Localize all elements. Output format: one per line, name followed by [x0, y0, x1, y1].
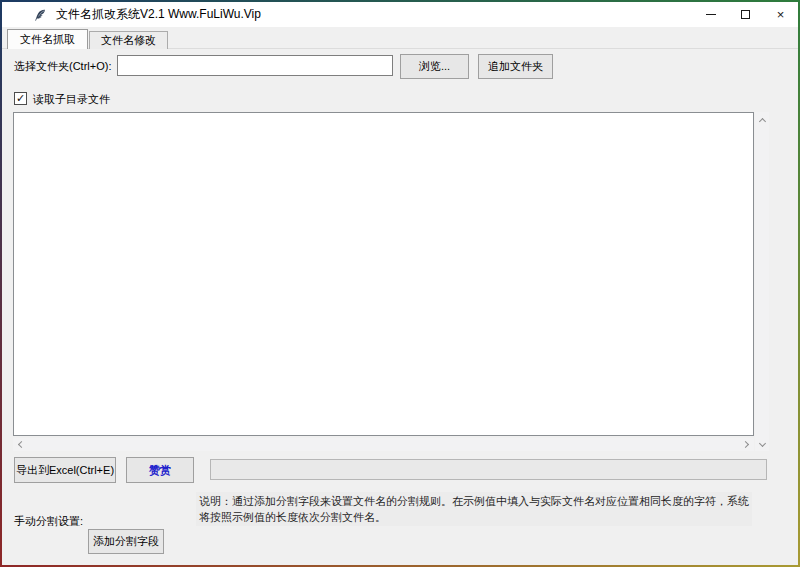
- split-instructions: 说明：通过添加分割字段来设置文件名的分割规则。在示例值中填入与实际文件名对应位置…: [196, 492, 752, 526]
- split-instructions-line1: 说明：通过添加分割字段来设置文件名的分割规则。在示例值中填入与实际文件名对应位置…: [199, 493, 749, 509]
- maximize-icon: [741, 10, 750, 19]
- append-folder-button[interactable]: 追加文件夹: [478, 54, 553, 79]
- scroll-left-button[interactable]: [14, 438, 26, 451]
- scroll-down-button[interactable]: [755, 438, 769, 450]
- minimize-icon: [706, 14, 716, 15]
- add-split-field-button[interactable]: 添加分割字段: [88, 529, 164, 554]
- scroll-right-icon: [742, 441, 749, 448]
- file-listbox[interactable]: [13, 112, 754, 436]
- scroll-right-button[interactable]: [741, 438, 753, 451]
- tab-filename-modify[interactable]: 文件名修改: [89, 31, 168, 49]
- maximize-button[interactable]: [728, 2, 763, 27]
- manual-split-label: 手动分割设置:: [14, 514, 83, 529]
- frame-edge-top: [0, 0, 800, 2]
- horizontal-scrollbar[interactable]: [13, 438, 754, 451]
- tab-filename-grab[interactable]: 文件名抓取: [7, 29, 88, 49]
- scroll-left-icon: [18, 441, 25, 448]
- split-instructions-line2: 将按照示例值的长度依次分割文件名。: [199, 509, 749, 525]
- read-subdirs-label: 读取子目录文件: [33, 92, 110, 107]
- read-subdirs-checkbox[interactable]: ✓: [14, 92, 27, 105]
- titlebar: 文件名抓改系统V2.1 Www.FuLiWu.Vip ×: [2, 2, 798, 27]
- select-folder-label: 选择文件夹(Ctrl+O):: [14, 59, 111, 74]
- app-window: 文件名抓改系统V2.1 Www.FuLiWu.Vip × 文件名抓取 文件名修改…: [0, 0, 800, 567]
- window-title: 文件名抓改系统V2.1 Www.FuLiWu.Vip: [56, 6, 261, 23]
- browse-button[interactable]: 浏览...: [400, 54, 469, 79]
- folder-path-input[interactable]: [117, 55, 393, 76]
- frame-edge-left: [0, 0, 2, 567]
- close-icon: ×: [777, 8, 785, 21]
- scroll-up-icon: [758, 118, 765, 125]
- export-excel-button[interactable]: 导出到Excel(Ctrl+E): [14, 457, 116, 483]
- vertical-scrollbar[interactable]: [755, 112, 769, 451]
- check-icon: ✓: [16, 93, 25, 104]
- progress-bar: [210, 459, 767, 480]
- scroll-down-icon: [758, 439, 765, 446]
- python-feather-icon: [33, 7, 47, 23]
- close-button[interactable]: ×: [763, 2, 798, 27]
- donate-button[interactable]: 赞赏: [126, 457, 194, 483]
- minimize-button[interactable]: [693, 2, 728, 27]
- window-controls: ×: [693, 2, 798, 27]
- scroll-up-button[interactable]: [755, 114, 769, 126]
